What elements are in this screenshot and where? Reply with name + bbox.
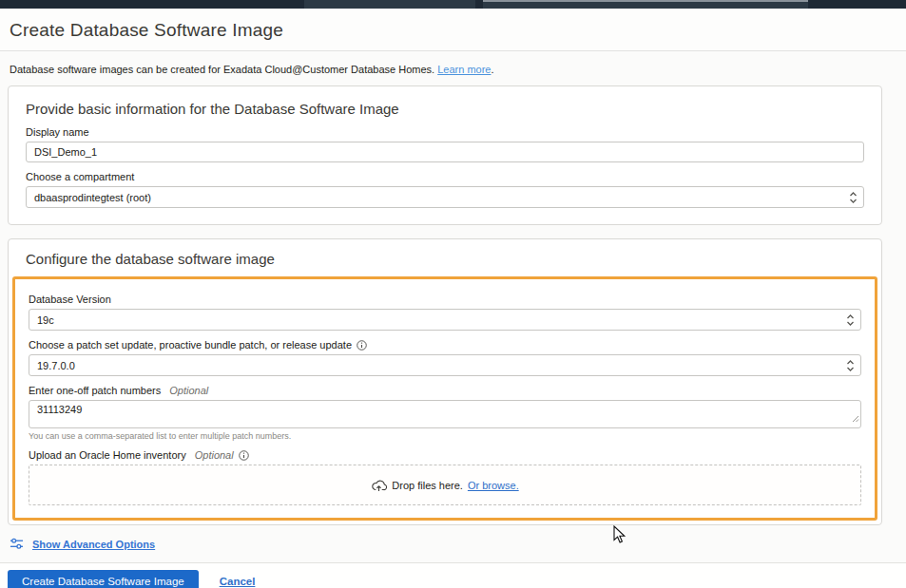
browser-chrome-sliver: [0, 0, 906, 9]
dropzone-text: Drop files here.: [392, 480, 463, 491]
configure-section: Configure the database software image Da…: [8, 238, 882, 525]
learn-more-link[interactable]: Learn more: [437, 64, 491, 75]
browser-addressbar-fragment: [483, 0, 808, 9]
description-period: .: [491, 64, 493, 75]
configure-highlight-box: Database Version 19c Choose a patch set …: [12, 276, 877, 521]
one-off-patches-field: Enter one-off patch numbers Optional 311…: [29, 385, 861, 441]
optional-tag: Optional: [195, 449, 234, 461]
page-description: Database software images can be created …: [0, 51, 906, 85]
browse-link[interactable]: Or browse.: [468, 480, 519, 491]
info-icon[interactable]: [239, 450, 249, 461]
db-version-field: Database Version 19c: [29, 294, 861, 331]
compartment-label: Choose a compartment: [26, 171, 864, 182]
show-advanced-options-link[interactable]: Show Advanced Options: [32, 539, 155, 550]
chevron-up-down-icon: [846, 313, 855, 327]
upload-inventory-field: Upload an Oracle Home inventory Optional…: [29, 449, 861, 505]
patch-update-select[interactable]: 19.7.0.0: [29, 354, 861, 376]
patch-update-selected-value: 19.7.0.0: [37, 360, 75, 371]
info-icon[interactable]: [357, 340, 367, 351]
compartment-select[interactable]: dbaasprodintegtest (root): [26, 186, 864, 208]
db-version-selected-value: 19c: [37, 314, 54, 326]
cancel-link[interactable]: Cancel: [220, 576, 256, 587]
create-database-software-image-button[interactable]: Create Database Software Image: [8, 570, 199, 588]
display-name-input[interactable]: [26, 142, 864, 162]
page-description-text: Database software images can be created …: [10, 64, 434, 75]
compartment-selected-value: dbaasprodintegtest (root): [34, 192, 151, 203]
compartment-field: Choose a compartment dbaasprodintegtest …: [26, 171, 864, 208]
file-dropzone[interactable]: Drop files here. Or browse.: [29, 465, 861, 505]
cloud-upload-icon: [371, 479, 387, 492]
browser-tab-fragment: [304, 0, 475, 9]
chevron-up-down-icon: [849, 191, 858, 204]
page-title: Create Database Software Image: [10, 20, 896, 41]
configure-heading: Configure the database software image: [12, 251, 877, 267]
optional-tag: Optional: [169, 385, 208, 396]
db-version-select[interactable]: 19c: [29, 309, 861, 331]
basic-info-heading: Provide basic information for the Databa…: [26, 101, 864, 117]
advanced-options-row: Show Advanced Options: [0, 525, 906, 562]
display-name-field: Display name: [26, 126, 864, 162]
page-header: Create Database Software Image: [0, 9, 906, 51]
upload-inventory-label: Upload an Oracle Home inventory Optional: [29, 449, 861, 461]
sliders-icon: [10, 537, 24, 551]
display-name-label: Display name: [26, 126, 864, 138]
patch-update-label: Choose a patch set update, proactive bun…: [29, 339, 861, 351]
basic-info-section: Provide basic information for the Databa…: [8, 85, 882, 225]
db-version-label: Database Version: [29, 294, 861, 305]
one-off-patches-helper: You can use a comma-separated list to en…: [29, 431, 861, 441]
patch-update-field: Choose a patch set update, proactive bun…: [29, 339, 861, 376]
one-off-patches-label: Enter one-off patch numbers Optional: [29, 385, 861, 396]
action-bar: Create Database Software Image Cancel: [0, 562, 906, 588]
chevron-up-down-icon: [846, 359, 855, 372]
one-off-patches-textarea[interactable]: 31113249: [29, 400, 861, 428]
